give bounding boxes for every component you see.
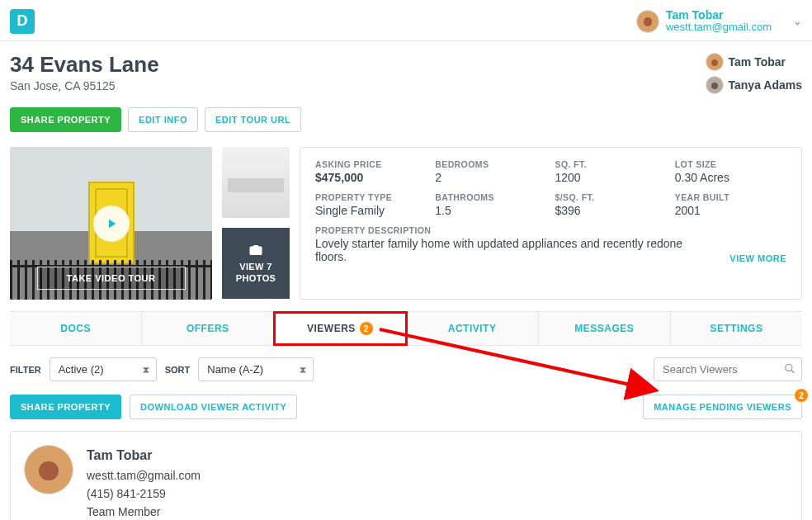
- sort-label: SORT: [165, 365, 191, 375]
- detail-value: 1200: [555, 171, 667, 184]
- filter-select[interactable]: Active (2): [50, 357, 157, 381]
- user-text: Tam Tobar westt.tam@gmail.com: [666, 8, 772, 34]
- current-user-chip[interactable]: Tam Tobar westt.tam@gmail.com ⌄: [636, 8, 802, 34]
- agent-list: Tam Tobar Tanya Adams: [706, 53, 802, 99]
- avatar: [24, 445, 73, 494]
- detail-value: $475,000: [315, 171, 427, 184]
- detail-value: 1.5: [435, 204, 546, 217]
- view-photos-line2: PHOTOS: [236, 273, 276, 285]
- avatar: [636, 10, 659, 33]
- detail-label: PROPERTY TYPE: [315, 192, 427, 202]
- tab-label: Viewers: [307, 323, 356, 334]
- manage-pending-viewers-button[interactable]: Manage Pending Viewers: [643, 395, 802, 419]
- agent-row[interactable]: Tanya Adams: [706, 76, 802, 94]
- view-more-link[interactable]: VIEW MORE: [729, 253, 786, 263]
- play-icon: [93, 206, 130, 242]
- filter-label: FILTER: [10, 365, 41, 375]
- search-input[interactable]: [654, 357, 802, 381]
- property-action-row: Share Property Edit Info Edit Tour URL: [0, 107, 812, 147]
- tab-offers[interactable]: Offers: [142, 312, 274, 345]
- topbar: D Tam Tobar westt.tam@gmail.com ⌄: [0, 0, 812, 40]
- share-property-button[interactable]: Share Property: [10, 107, 121, 132]
- details-panel: ASKING PRICE$475,000 BEDROOMS2 SQ. FT.12…: [300, 147, 802, 300]
- hero-row: TAKE VIDEO TOUR VIEW 7 PHOTOS ASKING PRI…: [0, 147, 812, 311]
- tab-docs[interactable]: Docs: [10, 312, 142, 345]
- sort-select[interactable]: Name (A-Z): [198, 357, 314, 381]
- detail-label: ASKING PRICE: [315, 159, 427, 169]
- app-logo[interactable]: D: [10, 9, 35, 34]
- download-viewer-activity-button[interactable]: Download Viewer Activity: [130, 395, 297, 419]
- detail-value: Single Family: [315, 204, 427, 217]
- description-label: PROPERTY DESCRIPTION: [315, 225, 786, 235]
- search-icon: [784, 362, 795, 376]
- agent-name: Tam Tobar: [729, 55, 786, 69]
- detail-value: 2: [435, 171, 546, 184]
- list-controls: FILTER Active (2) SORT Name (A-Z): [0, 346, 812, 391]
- property-title: 34 Evans Lane: [10, 53, 159, 77]
- property-subtitle: San Jose, CA 95125: [10, 79, 159, 92]
- agent-row[interactable]: Tam Tobar: [706, 53, 802, 71]
- detail-label: LOT SIZE: [675, 159, 786, 169]
- detail-label: YEAR BUILT: [675, 192, 786, 202]
- tabs-bar: Docs Offers Viewers2 Activity Messages S…: [10, 311, 802, 346]
- edit-tour-url-button[interactable]: Edit Tour URL: [205, 107, 301, 132]
- edit-info-button[interactable]: Edit Info: [128, 107, 198, 132]
- avatar: [706, 76, 724, 94]
- tab-activity[interactable]: Activity: [407, 312, 539, 345]
- badge: 2: [360, 322, 373, 335]
- viewer-email: westt.tam@gmail.com: [87, 466, 201, 485]
- viewer-actions: Share Property Download Viewer Activity …: [0, 391, 812, 431]
- svg-point-1: [786, 364, 792, 371]
- viewer-card[interactable]: Tam Tobar westt.tam@gmail.com (415) 841-…: [10, 431, 802, 520]
- viewer-role: Team Member: [87, 503, 201, 520]
- detail-label: BEDROOMS: [435, 159, 546, 169]
- svg-line-2: [791, 370, 795, 373]
- thumb-column: VIEW 7 PHOTOS: [222, 147, 290, 300]
- share-property-button-2[interactable]: Share Property: [10, 395, 121, 419]
- main-photo[interactable]: TAKE VIDEO TOUR: [10, 147, 212, 300]
- agent-name: Tanya Adams: [729, 78, 802, 92]
- viewer-info: Tam Tobar westt.tam@gmail.com (415) 841-…: [87, 445, 201, 520]
- user-email: westt.tam@gmail.com: [666, 21, 772, 34]
- user-name: Tam Tobar: [666, 8, 772, 21]
- property-header: 34 Evans Lane San Jose, CA 95125 Tam Tob…: [0, 41, 812, 107]
- photo-thumb[interactable]: [222, 147, 290, 218]
- viewer-phone: (415) 841-2159: [87, 485, 201, 503]
- tab-viewers[interactable]: Viewers2: [274, 312, 406, 345]
- description-text: Lovely starter family home with updated …: [315, 237, 716, 263]
- detail-label: BATHROOMS: [435, 192, 546, 202]
- take-video-tour-button[interactable]: TAKE VIDEO TOUR: [37, 267, 186, 290]
- avatar: [706, 53, 724, 71]
- camera-icon: [247, 243, 265, 258]
- view-photos-button[interactable]: VIEW 7 PHOTOS: [222, 228, 290, 299]
- view-photos-line1: VIEW 7: [239, 262, 272, 273]
- viewer-name: Tam Tobar: [87, 445, 201, 466]
- chevron-down-icon[interactable]: ⌄: [793, 15, 802, 27]
- tab-messages[interactable]: Messages: [539, 312, 671, 345]
- badge: 2: [795, 389, 808, 402]
- detail-value: 2001: [675, 204, 786, 217]
- detail-value: $396: [555, 204, 667, 217]
- detail-value: 0.30 Acres: [675, 171, 786, 184]
- tab-settings[interactable]: Settings: [671, 312, 802, 345]
- detail-label: SQ. FT.: [555, 159, 667, 169]
- detail-label: $/SQ. FT.: [555, 192, 667, 202]
